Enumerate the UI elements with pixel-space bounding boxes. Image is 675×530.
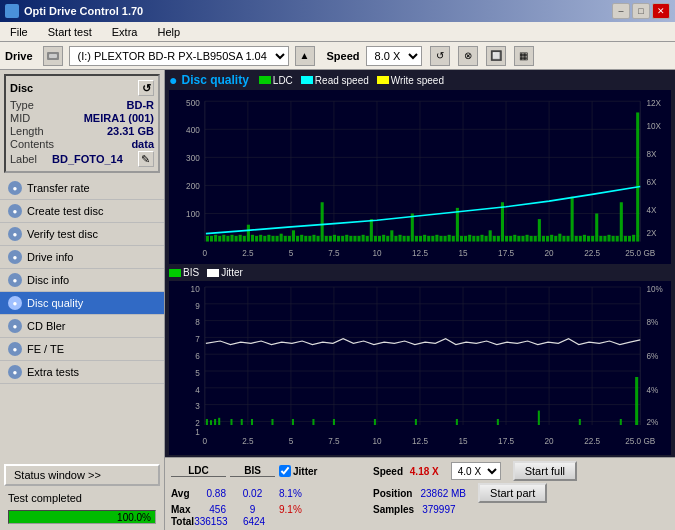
svg-text:4X: 4X (646, 205, 656, 215)
svg-text:2.5: 2.5 (242, 436, 253, 447)
svg-rect-42 (296, 236, 299, 242)
svg-rect-78 (444, 236, 447, 242)
svg-text:6X: 6X (646, 177, 656, 187)
transfer-rate-label: Transfer rate (27, 182, 90, 194)
svg-text:10: 10 (372, 436, 381, 447)
svg-rect-67 (398, 235, 401, 242)
chart1-svg: 500 400 300 200 100 12X 10X 8X 6X 4X 2X … (169, 90, 671, 264)
maximize-button[interactable]: □ (632, 3, 650, 19)
disc-refresh-button[interactable]: ↺ (138, 80, 154, 96)
label-edit-button[interactable]: ✎ (138, 151, 154, 167)
extra-tests-label: Extra tests (27, 366, 79, 378)
speed-select[interactable]: 8.0 X (366, 46, 422, 66)
svg-rect-121 (620, 202, 623, 241)
svg-rect-112 (583, 235, 586, 242)
speed-select-container: 4.0 X (451, 462, 501, 480)
menu-extra[interactable]: Extra (106, 24, 144, 40)
svg-rect-82 (460, 236, 463, 242)
svg-rect-94 (509, 236, 512, 242)
svg-rect-98 (526, 235, 529, 242)
svg-text:12X: 12X (646, 97, 661, 107)
chart2-svg: 10 9 8 7 6 5 4 3 2 1 10% 8% 6% 4% 2% 0 2… (169, 281, 671, 455)
label-value: BD_FOTO_14 (52, 153, 123, 165)
svg-text:22.5: 22.5 (584, 248, 600, 258)
svg-rect-21 (210, 236, 213, 242)
start-part-button[interactable]: Start part (478, 483, 547, 503)
type-value: BD-R (127, 99, 155, 111)
sidebar-item-drive-info[interactable]: ● Drive info (0, 246, 164, 269)
minimize-button[interactable]: – (612, 3, 630, 19)
sidebar-item-create-test-disc[interactable]: ● Create test disc (0, 200, 164, 223)
svg-rect-70 (411, 213, 414, 241)
jitter-column: Jitter (279, 465, 359, 477)
read-speed-legend-label: Read speed (315, 75, 369, 86)
max-row: Max 456 (171, 504, 226, 515)
sidebar-item-extra-tests[interactable]: ● Extra tests (0, 361, 164, 384)
fe-te-label: FE / TE (27, 343, 64, 355)
close-button[interactable]: ✕ (652, 3, 670, 19)
svg-text:10: 10 (191, 283, 200, 294)
info-button[interactable]: 🔲 (486, 46, 506, 66)
svg-rect-125 (636, 112, 639, 241)
samples-value: 379997 (422, 504, 455, 515)
svg-rect-174 (241, 419, 243, 425)
menu-file[interactable]: File (4, 24, 34, 40)
jitter-max: 9.1% (279, 504, 359, 515)
length-value: 23.31 GB (107, 125, 154, 137)
test-speed-select[interactable]: 4.0 X (451, 462, 501, 480)
sidebar-item-transfer-rate[interactable]: ● Transfer rate (0, 177, 164, 200)
svg-rect-74 (427, 236, 430, 242)
label-label: Label (10, 153, 37, 165)
svg-text:2.5: 2.5 (242, 248, 254, 258)
svg-rect-88 (485, 236, 488, 242)
transfer-rate-icon: ● (8, 181, 22, 195)
sidebar-item-cd-bler[interactable]: ● CD Bler (0, 315, 164, 338)
svg-text:15: 15 (458, 436, 467, 447)
svg-rect-41 (292, 230, 295, 241)
svg-rect-86 (476, 236, 479, 242)
svg-rect-27 (235, 236, 238, 242)
svg-rect-75 (431, 236, 434, 242)
read-speed-color-swatch (301, 76, 313, 84)
svg-text:12.5: 12.5 (412, 248, 428, 258)
svg-rect-110 (575, 236, 578, 242)
drive-select[interactable]: (I:) PLEXTOR BD-R PX-LB950SA 1.04 (69, 46, 289, 66)
svg-rect-183 (497, 419, 499, 425)
svg-rect-181 (415, 419, 417, 425)
svg-rect-56 (353, 236, 356, 242)
svg-text:9: 9 (195, 300, 200, 311)
svg-rect-177 (292, 419, 294, 425)
svg-text:500: 500 (186, 97, 200, 107)
status-window-button[interactable]: Status window >> (4, 464, 160, 486)
svg-rect-104 (550, 235, 553, 242)
drive-info-icon: ● (8, 250, 22, 264)
start-full-button[interactable]: Start full (513, 461, 577, 481)
svg-text:1: 1 (195, 426, 200, 437)
svg-rect-46 (312, 235, 315, 242)
bis-total: 6424 (232, 516, 277, 527)
write-speed-legend-label: Write speed (391, 75, 444, 86)
svg-rect-175 (251, 419, 253, 425)
menu-start-test[interactable]: Start test (42, 24, 98, 40)
speed-label: Speed (327, 50, 360, 62)
legend1: LDC Read speed Write speed (259, 75, 444, 86)
jitter-checkbox[interactable] (279, 465, 291, 477)
erase-button[interactable]: ⊗ (458, 46, 478, 66)
sidebar-item-verify-test-disc[interactable]: ● Verify test disc (0, 223, 164, 246)
svg-text:3: 3 (195, 401, 200, 412)
jitter-avg: 8.1% (279, 488, 359, 499)
mid-value: MEIRA1 (001) (84, 112, 154, 124)
bis-max: 9 (230, 504, 275, 515)
svg-rect-52 (337, 236, 340, 242)
sidebar-item-disc-quality[interactable]: ● Disc quality (0, 292, 164, 315)
refresh-button[interactable]: ↺ (430, 46, 450, 66)
menu-help[interactable]: Help (151, 24, 186, 40)
eject-button[interactable]: ▲ (295, 46, 315, 66)
svg-rect-93 (505, 236, 508, 242)
sidebar-item-fe-te[interactable]: ● FE / TE (0, 338, 164, 361)
config-button[interactable]: ▦ (514, 46, 534, 66)
svg-rect-185 (579, 419, 581, 425)
sidebar: Disc ↺ Type BD-R MID MEIRA1 (001) Length… (0, 70, 165, 530)
sidebar-item-disc-info[interactable]: ● Disc info (0, 269, 164, 292)
create-test-disc-icon: ● (8, 204, 22, 218)
